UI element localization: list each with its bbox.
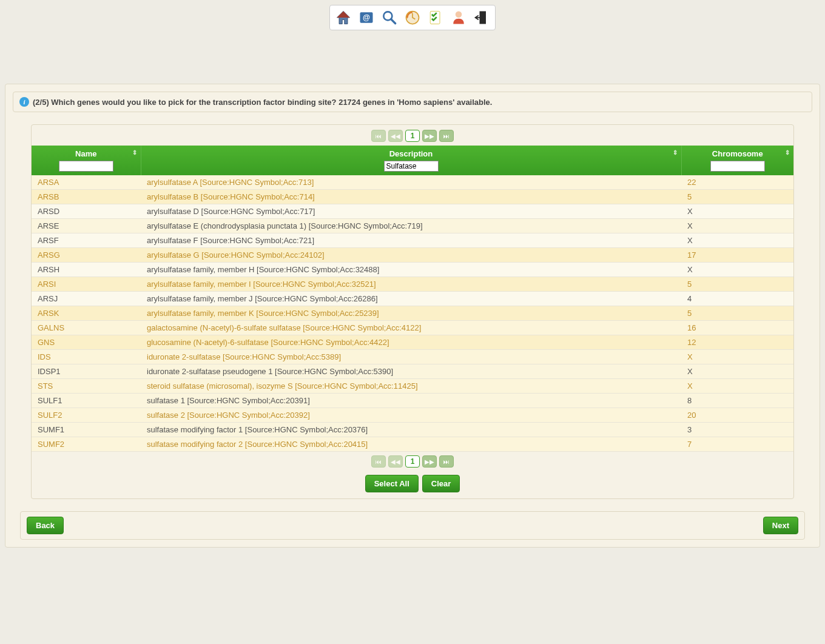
cell-name: ARSE	[32, 219, 141, 233]
table-container: ⏮ ◀◀ 1 ▶▶ ⏭ Name ⇕ Description ⇕	[31, 124, 794, 499]
table-row[interactable]: IDSiduronate 2-sulfatase [Source:HGNC Sy…	[32, 350, 793, 364]
cell-chromosome: 7	[681, 437, 793, 452]
col-name-header[interactable]: Name ⇕	[32, 146, 141, 175]
col-description-label: Description	[389, 149, 433, 158]
cell-description: arylsulfatase G [Source:HGNC Symbol;Acc:…	[141, 248, 681, 263]
table-row[interactable]: ARSKarylsulfatase family, member K [Sour…	[32, 306, 793, 321]
page-prev-button[interactable]: ◀◀	[388, 130, 403, 142]
svg-line-5	[391, 19, 396, 24]
table-row[interactable]: ARSGarylsulfatase G [Source:HGNC Symbol;…	[32, 248, 793, 263]
cell-chromosome: 3	[681, 423, 793, 437]
svg-marker-1	[337, 12, 350, 18]
cell-name: GALNS	[32, 321, 141, 335]
cell-chromosome: X	[681, 263, 793, 277]
table-row[interactable]: SUMF1sulfatase modifying factor 1 [Sourc…	[32, 423, 793, 437]
table-row[interactable]: ARSFarylsulfatase F [Source:HGNC Symbol;…	[32, 233, 793, 248]
clear-button[interactable]: Clear	[422, 475, 460, 492]
profile-icon[interactable]	[449, 8, 468, 27]
page-current[interactable]: 1	[405, 455, 420, 468]
top-toolbar: @	[0, 0, 825, 35]
cell-description: sulfatase 1 [Source:HGNC Symbol;Acc:2039…	[141, 394, 681, 408]
select-all-button[interactable]: Select All	[365, 475, 419, 492]
cell-name: SUMF1	[32, 423, 141, 437]
cell-chromosome: X	[681, 233, 793, 248]
main-panel: i (2/5) Which genes would you like to pi…	[5, 84, 820, 548]
search-icon[interactable]	[380, 8, 399, 27]
cell-name: ARSG	[32, 248, 141, 263]
table-row[interactable]: ARSBarylsulfatase B [Source:HGNC Symbol;…	[32, 190, 793, 204]
cell-chromosome: 5	[681, 277, 793, 292]
cell-name: SULF2	[32, 408, 141, 423]
col-chromosome-label: Chromosome	[712, 149, 763, 158]
info-icon: i	[19, 97, 29, 107]
table-actions: Select All Clear	[32, 471, 793, 497]
page-current[interactable]: 1	[405, 130, 420, 142]
next-button[interactable]: Next	[763, 517, 798, 534]
home-icon[interactable]	[334, 8, 353, 27]
page-prev-button[interactable]: ◀◀	[388, 455, 403, 468]
table-row[interactable]: GNSglucosamine (N-acetyl)-6-sulfatase [S…	[32, 335, 793, 350]
cell-chromosome: 4	[681, 292, 793, 306]
cell-name: ARSK	[32, 306, 141, 321]
cell-name: STS	[32, 379, 141, 394]
sort-icon: ⇕	[673, 149, 678, 156]
logout-icon[interactable]	[472, 8, 491, 27]
cell-name: ARSF	[32, 233, 141, 248]
wizard-nav: Back Next	[20, 511, 805, 540]
cell-chromosome: X	[681, 204, 793, 219]
contacts-icon[interactable]: @	[357, 8, 376, 27]
table-row[interactable]: SULF1sulfatase 1 [Source:HGNC Symbol;Acc…	[32, 394, 793, 408]
filter-name-input[interactable]	[59, 161, 113, 172]
svg-text:@: @	[363, 13, 370, 22]
history-icon[interactable]	[403, 8, 422, 27]
page-last-button[interactable]: ⏭	[439, 130, 454, 142]
table-row[interactable]: ARSJarylsulfatase family, member J [Sour…	[32, 292, 793, 306]
table-row[interactable]: STSsteroid sulfatase (microsomal), isozy…	[32, 379, 793, 394]
filter-chromosome-input[interactable]	[710, 161, 765, 172]
cell-description: arylsulfatase family, member I [Source:H…	[141, 277, 681, 292]
page-next-button[interactable]: ▶▶	[422, 455, 437, 468]
cell-name: GNS	[32, 335, 141, 350]
cell-chromosome: X	[681, 350, 793, 364]
cell-name: ARSB	[32, 190, 141, 204]
filter-description-input[interactable]	[384, 161, 439, 172]
cell-description: arylsulfatase family, member J [Source:H…	[141, 292, 681, 306]
cell-chromosome: 8	[681, 394, 793, 408]
page-first-button[interactable]: ⏮	[371, 455, 386, 468]
cell-description: arylsulfatase family, member H [Source:H…	[141, 263, 681, 277]
page-last-button[interactable]: ⏭	[439, 455, 454, 468]
table-row[interactable]: ARSIarylsulfatase family, member I [Sour…	[32, 277, 793, 292]
tasks-icon[interactable]	[426, 8, 445, 27]
table-row[interactable]: ARSDarylsulfatase D [Source:HGNC Symbol;…	[32, 204, 793, 219]
cell-description: glucosamine (N-acetyl)-6-sulfatase [Sour…	[141, 335, 681, 350]
paginator-top: ⏮ ◀◀ 1 ▶▶ ⏭	[32, 126, 793, 146]
cell-chromosome: X	[681, 219, 793, 233]
table-row[interactable]: ARSEarylsulfatase E (chondrodysplasia pu…	[32, 219, 793, 233]
cell-description: arylsulfatase A [Source:HGNC Symbol;Acc:…	[141, 175, 681, 190]
col-description-header[interactable]: Description ⇕	[141, 146, 681, 175]
table-row[interactable]: ARSAarylsulfatase A [Source:HGNC Symbol;…	[32, 175, 793, 190]
table-row[interactable]: SULF2sulfatase 2 [Source:HGNC Symbol;Acc…	[32, 408, 793, 423]
table-row[interactable]: IDSP1iduronate 2-sulfatase pseudogene 1 …	[32, 364, 793, 379]
table-row[interactable]: ARSHarylsulfatase family, member H [Sour…	[32, 263, 793, 277]
cell-chromosome: 16	[681, 321, 793, 335]
info-text: (2/5) Which genes would you like to pick…	[33, 98, 492, 107]
col-chromosome-header[interactable]: Chromosome ⇕	[681, 146, 793, 175]
cell-name: SUMF2	[32, 437, 141, 452]
page-first-button[interactable]: ⏮	[371, 130, 386, 142]
cell-chromosome: X	[681, 364, 793, 379]
sort-icon: ⇕	[785, 149, 790, 156]
cell-description: arylsulfatase B [Source:HGNC Symbol;Acc:…	[141, 190, 681, 204]
cell-description: arylsulfatase E (chondrodysplasia puncta…	[141, 219, 681, 233]
back-button[interactable]: Back	[27, 517, 64, 534]
page-next-button[interactable]: ▶▶	[422, 130, 437, 142]
cell-name: IDSP1	[32, 364, 141, 379]
cell-description: steroid sulfatase (microsomal), isozyme …	[141, 379, 681, 394]
cell-name: ARSD	[32, 204, 141, 219]
cell-chromosome: 20	[681, 408, 793, 423]
table-row[interactable]: GALNSgalactosamine (N-acetyl)-6-sulfate …	[32, 321, 793, 335]
cell-chromosome: 5	[681, 190, 793, 204]
table-row[interactable]: SUMF2sulfatase modifying factor 2 [Sourc…	[32, 437, 793, 452]
cell-description: iduronate 2-sulfatase pseudogene 1 [Sour…	[141, 364, 681, 379]
cell-chromosome: 22	[681, 175, 793, 190]
